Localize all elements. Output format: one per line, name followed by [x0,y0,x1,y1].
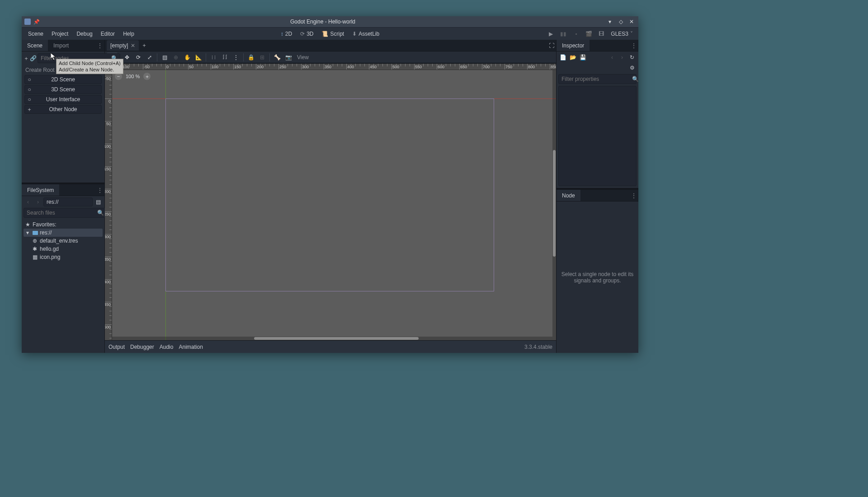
fs-search-input[interactable]: 🔍 [24,208,106,218]
bottom-tab-output[interactable]: Output [108,344,125,350]
pan-tool[interactable]: ✋ [182,52,193,62]
tab-scene[interactable]: Scene [22,40,48,51]
override-camera[interactable]: 📷 [283,52,294,62]
play-custom-button[interactable]: 🎞 [595,28,607,39]
right-dock: Inspector ⋮ 📄 📂 💾 ‹ › ↻ [556,40,638,353]
scrollbar-horizontal[interactable] [112,337,556,340]
menu-help[interactable]: Help [119,29,138,39]
inspector-empty [558,86,637,186]
radio-icon: ○ [25,76,34,83]
fs-favorites[interactable]: ★Favorites: [24,220,103,229]
scale-tool[interactable]: ⤢ [144,52,155,62]
search-icon: 🔍 [97,210,104,216]
history-button[interactable]: ↻ [627,53,637,62]
workspace-switcher: ↕ 2D ⟳ 3D 📜 Script ⬇ AssetLib [277,29,383,39]
rotate-tool[interactable]: ⟳ [133,52,144,62]
history-back-button[interactable]: ‹ [608,53,617,62]
add-node-button[interactable]: ＋ [24,54,29,63]
skeleton-options[interactable]: 🦴 [272,52,283,62]
scene-tab-empty[interactable]: [empty] ✕ [107,40,139,51]
inspector-filter-field[interactable] [561,75,630,83]
play-button[interactable]: ▶ [545,28,557,39]
dock-options-icon[interactable]: ⋮ [95,187,104,193]
dock-options-icon[interactable]: ⋮ [629,192,638,199]
add-scene-tab-button[interactable]: ＋ [140,41,149,50]
cursor-icon [51,53,57,61]
scrollbar-vertical[interactable] [552,70,556,337]
script-icon: ✱ [32,246,38,252]
fs-path-field[interactable]: res:// [43,197,93,206]
workspace-3d[interactable]: ⟳ 3D [297,29,317,39]
tooltip: Add Child Node (Control+A) Add/Create a … [56,59,123,74]
star-icon: ★ [24,221,31,228]
fs-tree[interactable]: ★Favorites: ▾res:// ⊕default_env.tres ✱h… [22,220,104,353]
renderer-dropdown[interactable]: GLES3 ˅ [608,29,636,39]
object-props-button[interactable]: ⚙ [627,63,637,72]
snap-toggle[interactable]: ⸽⸽ [208,52,219,62]
node-panel: Select a single node to edit its signals… [557,202,638,353]
history-fwd-button[interactable]: › [618,53,627,62]
canvas-inner[interactable] [112,70,556,340]
dock-options-icon[interactable]: ⋮ [629,42,638,49]
menu-project[interactable]: Project [48,29,72,39]
workspace-script[interactable]: 📜 Script [318,29,348,39]
pivot-tool[interactable]: ⊕ [170,52,181,62]
pause-button[interactable]: ▮▮ [557,28,569,39]
group-button[interactable]: ⊞ [257,52,268,62]
tab-inspector[interactable]: Inspector [557,40,590,51]
smart-snap[interactable]: ⸾⸾ [219,52,230,62]
fs-view-toggle[interactable]: ▤ [94,197,103,206]
ruler-tool[interactable]: 📐 [193,52,204,62]
workspace-assetlib[interactable]: ⬇ AssetLib [349,29,383,39]
distraction-free-button[interactable]: ⛶ [547,41,556,50]
playback-toolbar: ▶ ▮▮ ▪ 🎬 🎞 GLES3 ˅ [545,28,636,39]
load-resource-button[interactable]: 📂 [568,53,577,62]
fs-back-button[interactable]: ‹ [24,197,33,206]
root-option-2d-scene[interactable]: ○2D Scene [24,75,102,84]
bottom-tab-animation[interactable]: Animation [179,344,203,350]
root-option-3d-scene[interactable]: ○3D Scene [24,85,102,94]
minimize-button[interactable]: ▾ [606,18,614,26]
zoom-value[interactable]: 100 % [126,74,140,79]
chevron-down-icon: ▾ [24,230,31,236]
pin-icon[interactable]: 📌 [33,19,40,25]
lock-button[interactable]: 🔒 [245,52,256,62]
dock-options-icon[interactable]: ⋮ [95,42,104,49]
instance-scene-button[interactable]: 🔗 [30,54,37,63]
save-resource-button[interactable]: 💾 [578,53,587,62]
list-select-tool[interactable]: ▤ [159,52,170,62]
left-dock: Scene Import ⋮ ＋ 🔗 🔍 Create Root Node: ○… [22,40,105,353]
radio-icon: ○ [25,96,34,103]
close-button[interactable]: ✕ [627,18,636,26]
workspace-2d[interactable]: ↕ 2D [277,29,296,39]
canvas-viewport[interactable]: -100-50050100150200250300350400450500550… [105,63,556,340]
inspector-filter-input[interactable]: 🔍 [558,74,637,84]
maximize-button[interactable]: ◇ [617,18,625,26]
fs-file-default-env[interactable]: ⊕default_env.tres [24,237,103,245]
left-lower-dock-tabs: FileSystem ⋮ [22,184,104,196]
play-scene-button[interactable]: 🎬 [583,28,594,39]
tab-filesystem[interactable]: FileSystem [22,184,59,196]
fs-file-icon-png[interactable]: ▦icon.png [24,253,103,261]
menu-debug[interactable]: Debug [73,29,96,39]
view-menu[interactable]: View [294,54,311,61]
bottom-panel: Output Debugger Audio Animation 3.3.4.st… [105,340,556,353]
fs-root-folder[interactable]: ▾res:// [24,229,103,237]
bottom-tab-debugger[interactable]: Debugger [130,344,154,350]
snap-options[interactable]: ⋮ [231,52,241,62]
root-option-user-interface[interactable]: ○User Interface [24,95,102,104]
create-resource-button[interactable]: 📄 [558,53,567,62]
fs-file-hello-gd[interactable]: ✱hello.gd [24,245,103,253]
menu-editor[interactable]: Editor [97,29,118,39]
menu-scene[interactable]: Scene [24,29,47,39]
tab-node[interactable]: Node [557,190,580,201]
close-icon[interactable]: ✕ [131,42,135,49]
tab-import[interactable]: Import [48,40,74,51]
stop-button[interactable]: ▪ [570,28,582,39]
root-option-other-node[interactable]: ＋Other Node [24,105,102,114]
zoom-in-button[interactable]: ＋ [143,73,151,80]
ruler-vertical: -50050100150200250300350400450500550600 [105,70,112,340]
bottom-tab-audio[interactable]: Audio [160,344,174,350]
fs-fwd-button[interactable]: › [33,197,42,206]
fs-search-field[interactable] [26,209,95,216]
